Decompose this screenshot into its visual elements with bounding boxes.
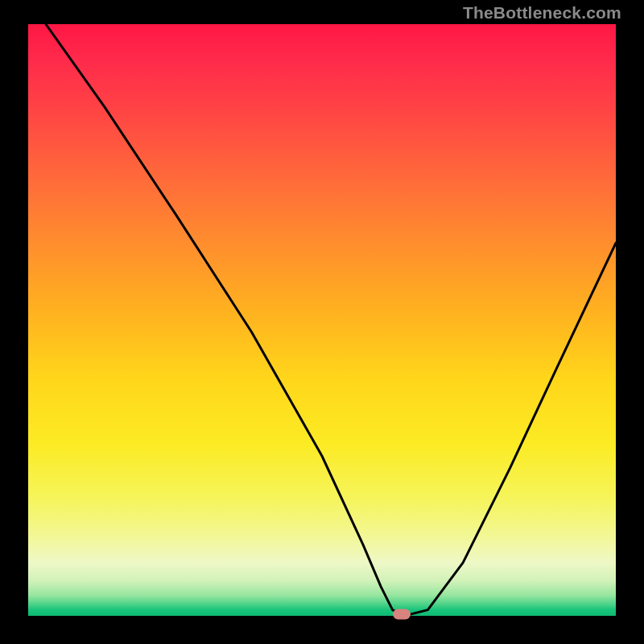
watermark-text: TheBottleneck.com <box>463 3 621 23</box>
plot-area <box>28 24 616 616</box>
optimal-point-marker <box>393 609 411 619</box>
bottleneck-curve <box>28 24 616 616</box>
chart-container: TheBottleneck.com <box>0 0 644 644</box>
